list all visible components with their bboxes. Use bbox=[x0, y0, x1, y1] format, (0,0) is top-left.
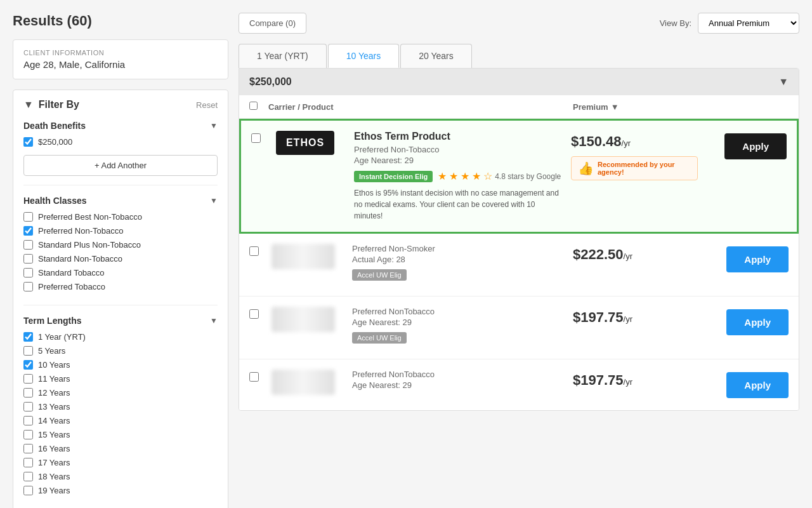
term-17yr-checkbox[interactable] bbox=[23, 458, 33, 467]
term-10yr-checkbox[interactable] bbox=[23, 360, 33, 370]
blurred2-health-class: Preferred NonTobacco bbox=[352, 307, 565, 316]
blurred2-badges: Accel UW Elig bbox=[352, 332, 565, 344]
ethos-instant-badge: Instant Decision Elig bbox=[354, 171, 433, 182]
death-benefits-header[interactable]: Death Benefits ▼ bbox=[23, 121, 218, 131]
term-1yr-checkbox[interactable] bbox=[23, 332, 33, 342]
th-carrier: Carrier / Product bbox=[268, 102, 573, 112]
ethos-apply-button[interactable]: Apply bbox=[724, 133, 787, 159]
blurred3-health-class: Preferred NonTobacco bbox=[352, 370, 565, 379]
blurred1-health-class: Preferred Non-Smoker bbox=[352, 244, 565, 253]
filter-header: ▼ Filter By Reset bbox=[23, 99, 218, 110]
compare-button[interactable]: Compare (0) bbox=[239, 13, 306, 34]
tab-20yr[interactable]: 20 Years bbox=[400, 44, 472, 68]
health-preferred-tobacco-checkbox[interactable] bbox=[23, 282, 33, 291]
term-19yr-checkbox[interactable] bbox=[23, 486, 33, 495]
term-10yr: 10 Years bbox=[23, 360, 218, 370]
blurred3-row-checkbox[interactable] bbox=[249, 372, 259, 382]
ethos-premium: $150.48/yr bbox=[571, 133, 631, 150]
death-benefit-250k-label: $250,000 bbox=[38, 137, 72, 147]
blurred3-apply-button[interactable]: Apply bbox=[726, 372, 789, 398]
top-bar: Compare (0) View By: Annual Premium Mont… bbox=[239, 13, 799, 34]
row-checkbox-ethos bbox=[251, 131, 270, 145]
term-11yr-label: 11 Years bbox=[38, 374, 70, 384]
table-header: Carrier / Product Premium ▼ bbox=[239, 95, 799, 119]
client-info-label: CLIENT INFORMATION bbox=[23, 49, 218, 57]
term-5yr-checkbox[interactable] bbox=[23, 346, 33, 356]
filter-box: ▼ Filter By Reset Death Benefits ▼ $250,… bbox=[13, 90, 228, 508]
health-standard-non-tobacco-checkbox[interactable] bbox=[23, 254, 33, 264]
term-11yr-checkbox[interactable] bbox=[23, 374, 33, 384]
term-12yr-checkbox[interactable] bbox=[23, 388, 33, 398]
blurred3-premium: $197.75/yr bbox=[573, 372, 632, 389]
term-15yr-checkbox[interactable] bbox=[23, 430, 33, 439]
health-standard-plus-label: Standard Plus Non-Tobacco bbox=[38, 240, 141, 250]
health-preferred-tobacco-label: Preferred Tobacco bbox=[38, 282, 105, 291]
coverage-chevron: ▼ bbox=[778, 76, 789, 88]
term-18yr-checkbox[interactable] bbox=[23, 472, 33, 481]
coverage-amount: $250,000 bbox=[249, 76, 292, 88]
health-preferred-best-checkbox[interactable] bbox=[23, 212, 33, 222]
term-14yr-label: 14 Years bbox=[38, 416, 70, 425]
select-all-checkbox[interactable] bbox=[249, 102, 258, 110]
tab-1yr[interactable]: 1 Year (YRT) bbox=[239, 44, 327, 68]
add-another-button[interactable]: + Add Another bbox=[23, 155, 218, 176]
term-10yr-label: 10 Years bbox=[38, 360, 70, 370]
term-13yr: 13 Years bbox=[23, 402, 218, 411]
view-by-label: View By: bbox=[660, 18, 691, 28]
client-info-value: Age 28, Male, California bbox=[23, 59, 218, 70]
ethos-description: Ethos is 95% instant decision with no ca… bbox=[354, 187, 563, 222]
term-14yr-checkbox[interactable] bbox=[23, 416, 33, 425]
main-content: Compare (0) View By: Annual Premium Mont… bbox=[239, 13, 799, 508]
ethos-recommended-text: Recommended by your agency! bbox=[598, 161, 691, 176]
blurred1-row-checkbox[interactable] bbox=[249, 246, 259, 256]
blurred1-logo bbox=[272, 244, 335, 269]
term-13yr-checkbox[interactable] bbox=[23, 402, 33, 411]
term-18yr-label: 18 Years bbox=[38, 472, 70, 481]
client-info-box: CLIENT INFORMATION Age 28, Male, Califor… bbox=[13, 39, 228, 79]
filter-icon: ▼ bbox=[23, 99, 34, 110]
term-17yr: 17 Years bbox=[23, 458, 218, 467]
death-benefits-title: Death Benefits bbox=[23, 121, 86, 131]
health-standard-tobacco-checkbox[interactable] bbox=[23, 268, 33, 277]
term-lengths-header[interactable]: Term Lengths ▼ bbox=[23, 316, 218, 326]
term-19yr: 19 Years bbox=[23, 486, 218, 495]
blurred2-logo-area bbox=[268, 307, 344, 332]
coverage-header[interactable]: $250,000 ▼ bbox=[239, 69, 799, 95]
filter-section-death-benefits: Death Benefits ▼ $250,000 + Add Another bbox=[23, 121, 218, 185]
th-premium-sort-icon[interactable]: ▼ bbox=[611, 102, 619, 112]
term-5yr: 5 Years bbox=[23, 346, 218, 356]
blurred1-apply-button[interactable]: Apply bbox=[726, 246, 789, 272]
sidebar: Results (60) CLIENT INFORMATION Age 28, … bbox=[13, 13, 228, 508]
ethos-recommended-box: 👍 Recommended by your agency! bbox=[571, 156, 698, 180]
blurred2-row-checkbox[interactable] bbox=[249, 309, 259, 319]
health-standard-plus: Standard Plus Non-Tobacco bbox=[23, 240, 218, 250]
ethos-row-checkbox[interactable] bbox=[251, 133, 261, 143]
view-by-select[interactable]: Annual Premium Monthly Premium Face Amou… bbox=[698, 13, 799, 34]
term-16yr-checkbox[interactable] bbox=[23, 444, 33, 453]
term-lengths-title: Term Lengths bbox=[23, 316, 82, 326]
health-preferred-non-tobacco-checkbox[interactable] bbox=[23, 226, 33, 236]
blurred1-product-info: Preferred Non-Smoker Actual Age: 28 Acce… bbox=[344, 244, 573, 286]
health-classes-header[interactable]: Health Classes ▼ bbox=[23, 196, 218, 206]
blurred2-apply-button[interactable]: Apply bbox=[726, 309, 789, 335]
view-by: View By: Annual Premium Monthly Premium … bbox=[660, 13, 799, 34]
blurred3-premium-area: $197.75/yr bbox=[573, 370, 700, 389]
death-benefit-250k-checkbox[interactable] bbox=[23, 137, 33, 147]
health-preferred-tobacco: Preferred Tobacco bbox=[23, 282, 218, 291]
th-premium-label: Premium bbox=[573, 102, 608, 112]
result-row-ethos: ETHOS Ethos Term Product Preferred Non-T… bbox=[239, 119, 799, 234]
term-14yr: 14 Years bbox=[23, 416, 218, 425]
health-classes-title: Health Classes bbox=[23, 196, 87, 206]
health-standard-plus-checkbox[interactable] bbox=[23, 240, 33, 250]
reset-link[interactable]: Reset bbox=[196, 100, 218, 110]
blurred1-badges: Accel UW Elig bbox=[352, 269, 565, 281]
row-checkbox-blurred2 bbox=[249, 307, 268, 321]
tab-10yr[interactable]: 10 Years bbox=[328, 44, 400, 68]
blurred2-age: Age Nearest: 29 bbox=[352, 318, 565, 327]
death-benefit-250k: $250,000 bbox=[23, 137, 218, 147]
blurred1-accel-badge: Accel UW Elig bbox=[352, 269, 407, 281]
filter-section-term-lengths: Term Lengths ▼ 1 Year (YRT) 5 Years 10 Y… bbox=[23, 316, 218, 508]
term-17yr-label: 17 Years bbox=[38, 458, 70, 467]
term-16yr-label: 16 Years bbox=[38, 444, 70, 453]
blurred2-per-yr: /yr bbox=[624, 314, 632, 324]
